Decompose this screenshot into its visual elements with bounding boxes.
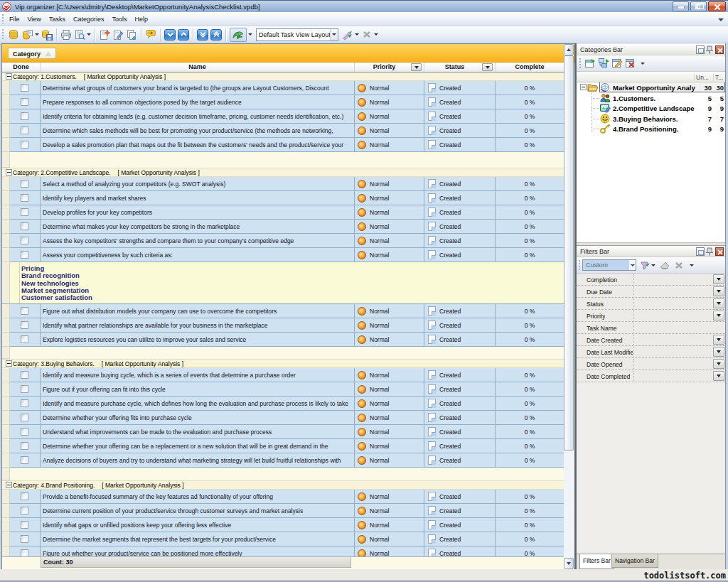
- uncompleted-column-header[interactable]: Un...: [696, 74, 709, 81]
- layout-combo-dropdown-icon[interactable]: [330, 29, 338, 41]
- tree-category-item[interactable]: 1.Customers.55: [577, 93, 725, 104]
- task-row[interactable]: Assess the key competitors' strengths an…: [2, 234, 564, 248]
- tree-category-item[interactable]: 2.Competitive Landscape99: [577, 103, 725, 114]
- task-view-layout-toggle[interactable]: [230, 28, 247, 42]
- collapse-group-icon[interactable]: [6, 360, 12, 367]
- done-checkbox[interactable]: [21, 385, 28, 393]
- apply-filter-button[interactable]: [638, 259, 652, 271]
- task-row[interactable]: Identify criteria for obtaining leads (e…: [2, 109, 564, 124]
- delete-category-button[interactable]: [624, 58, 638, 70]
- done-checkbox[interactable]: [21, 194, 28, 202]
- task-row[interactable]: Figure out if your offering can fit into…: [2, 382, 564, 397]
- menu-tasks[interactable]: Tasks: [46, 14, 69, 24]
- done-checkbox[interactable]: [21, 399, 28, 407]
- priority-filter-button[interactable]: [411, 63, 422, 71]
- menu-categories[interactable]: Categories: [70, 14, 108, 24]
- print-button[interactable]: [60, 28, 72, 42]
- task-row[interactable]: Assess your competitiveness by such crit…: [2, 248, 564, 262]
- move-up-button[interactable]: [178, 29, 189, 41]
- done-checkbox[interactable]: [21, 180, 28, 188]
- layout-combo[interactable]: Default Task View Layout: [256, 28, 338, 41]
- menu-overflow-icon[interactable]: [718, 18, 724, 21]
- categories-close-button[interactable]: [715, 45, 724, 54]
- done-checkbox[interactable]: [21, 237, 28, 244]
- tab-navigation-bar[interactable]: Navigation Bar: [611, 554, 658, 568]
- edit-task-button[interactable]: [112, 28, 124, 42]
- move-bottom-button[interactable]: [197, 29, 208, 41]
- add-note-button[interactable]: [145, 28, 156, 42]
- open-database-dropdown-icon[interactable]: [35, 33, 39, 36]
- filter-field-dropdown[interactable]: [713, 347, 724, 357]
- minimize-button[interactable]: [673, 1, 689, 11]
- task-row[interactable]: Figure out what distribution models your…: [2, 304, 564, 318]
- grid-vertical-scrollbar[interactable]: [564, 44, 574, 569]
- status-filter-button[interactable]: [482, 63, 493, 71]
- done-checkbox[interactable]: [21, 549, 28, 556]
- menu-file[interactable]: File: [6, 14, 23, 24]
- clear-filter-button[interactable]: [658, 259, 672, 271]
- open-database-button[interactable]: [22, 28, 33, 42]
- column-header-priority[interactable]: Priority: [355, 63, 424, 72]
- save-database-button[interactable]: [41, 28, 53, 42]
- collapse-group-icon[interactable]: [6, 169, 12, 176]
- done-checkbox[interactable]: [21, 507, 28, 514]
- scroll-up-button[interactable]: [564, 44, 574, 55]
- done-checkbox[interactable]: [21, 442, 28, 450]
- filter-field-dropdown[interactable]: [713, 298, 724, 308]
- toolbar-gripper[interactable]: [2, 29, 4, 40]
- tab-filters-bar[interactable]: Filters Bar: [579, 554, 614, 569]
- done-checkbox[interactable]: [21, 535, 28, 543]
- column-header-name[interactable]: Name: [41, 63, 355, 72]
- tree-root-item[interactable]: Market Opportunity Analy3030: [577, 82, 725, 93]
- group-header[interactable]: Category: 4.Brand Positioning.[ Market O…: [2, 480, 564, 490]
- done-checkbox[interactable]: [21, 428, 28, 436]
- menu-tools[interactable]: Tools: [108, 14, 130, 24]
- toolbar-overflow-icon[interactable]: [374, 33, 378, 36]
- delete-filter-button[interactable]: [672, 259, 685, 271]
- done-checkbox[interactable]: [21, 141, 28, 149]
- collapse-group-icon[interactable]: [6, 73, 12, 80]
- collapse-tree-icon[interactable]: [580, 84, 587, 90]
- menu-view[interactable]: View: [24, 14, 45, 24]
- done-checkbox[interactable]: [21, 456, 28, 464]
- close-button[interactable]: [708, 1, 726, 11]
- filter-preset-dropdown-icon[interactable]: [629, 260, 636, 270]
- task-row[interactable]: Identify what gaps or unfilled positions…: [2, 518, 564, 532]
- filters-toolbar-overflow-icon[interactable]: [690, 264, 694, 266]
- collapse-group-icon[interactable]: [6, 482, 12, 488]
- done-checkbox[interactable]: [21, 84, 28, 92]
- delete-layout-button[interactable]: [361, 28, 373, 42]
- filter-preset-combo[interactable]: Custom: [582, 259, 636, 271]
- task-row[interactable]: Select a method of analyzing your compet…: [2, 177, 564, 191]
- done-checkbox[interactable]: [21, 222, 28, 230]
- new-database-button[interactable]: [9, 28, 20, 42]
- filter-field-dropdown[interactable]: [713, 274, 724, 284]
- done-checkbox[interactable]: [21, 414, 28, 421]
- task-row[interactable]: Determine whether your offering fits int…: [2, 411, 564, 425]
- total-column-header[interactable]: T...: [715, 74, 723, 81]
- task-row[interactable]: Identify and measure purchase cycle, whi…: [2, 397, 564, 411]
- save-layout-dropdown-icon[interactable]: [355, 33, 359, 36]
- scrollbar-thumb[interactable]: [564, 55, 574, 451]
- done-checkbox[interactable]: [21, 521, 28, 529]
- done-checkbox[interactable]: [21, 112, 28, 120]
- categories-pin-icon[interactable]: [706, 45, 714, 54]
- done-checkbox[interactable]: [21, 307, 28, 315]
- task-row[interactable]: Prepare responses to all common objectio…: [2, 95, 564, 109]
- column-header-status[interactable]: Status: [424, 63, 496, 72]
- menu-gripper[interactable]: [2, 14, 4, 23]
- task-row[interactable]: Identify and measure buying cycle, which…: [2, 368, 564, 382]
- tree-category-item[interactable]: 3.Buying Behaviors.77: [577, 114, 725, 124]
- task-row[interactable]: Determine current position of your produ…: [2, 504, 564, 518]
- filter-field-dropdown[interactable]: [713, 359, 724, 369]
- task-row[interactable]: Identify what partner relationships are …: [2, 318, 564, 333]
- add-category-button[interactable]: [584, 58, 597, 70]
- scroll-down-button[interactable]: [564, 558, 574, 569]
- task-row[interactable]: Determine whether your offering can be a…: [2, 439, 564, 453]
- group-header[interactable]: Category: 1.Customers.[ Market Opportuni…: [2, 72, 564, 81]
- move-top-button[interactable]: [210, 29, 222, 41]
- save-layout-button[interactable]: [342, 28, 353, 42]
- task-row[interactable]: Identify key players and market sharesNo…: [2, 191, 564, 205]
- task-row[interactable]: Analyze decisions of buyers and try to u…: [2, 453, 564, 468]
- done-checkbox[interactable]: [21, 371, 28, 379]
